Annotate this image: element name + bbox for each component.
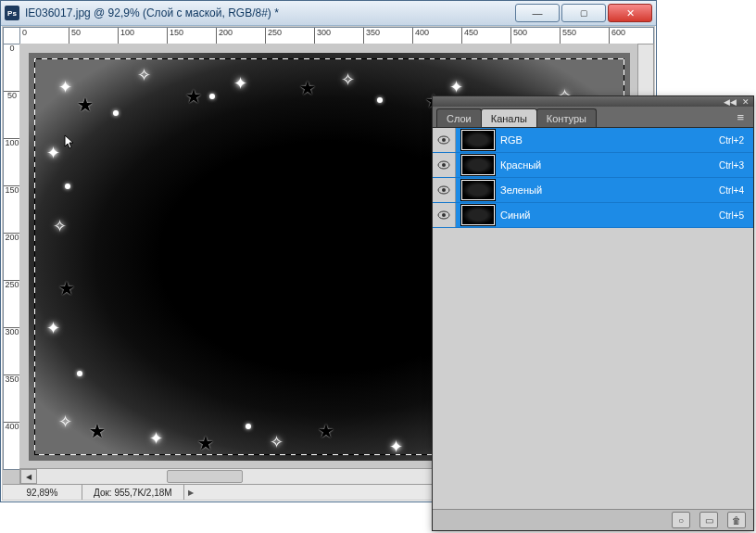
channel-shortcut: Ctrl+3	[719, 160, 753, 171]
channel-shortcut: Ctrl+2	[719, 135, 753, 146]
scroll-left-icon[interactable]: ◀	[20, 469, 37, 484]
panel-titlebar[interactable]: ◀◀ ✕	[433, 96, 753, 107]
channel-name: Зеленый	[500, 184, 719, 196]
channel-shortcut: Ctrl+5	[719, 210, 753, 221]
svg-point-1	[442, 138, 446, 142]
close-button[interactable]: ✕	[608, 4, 652, 22]
delete-channel-icon[interactable]: 🗑	[727, 512, 746, 528]
channel-thumbnail	[461, 155, 495, 175]
ruler-origin[interactable]	[3, 27, 21, 45]
svg-point-5	[442, 188, 446, 192]
maximize-button[interactable]: ▢	[561, 4, 606, 22]
channel-thumbnail	[461, 205, 495, 225]
panel-menu-icon[interactable]: ≡	[733, 108, 748, 126]
channel-shortcut: Ctrl+4	[719, 185, 753, 196]
panel-close-icon[interactable]: ✕	[742, 97, 750, 107]
visibility-toggle[interactable]	[433, 153, 456, 177]
channel-name: RGB	[500, 134, 719, 146]
panel-footer: ○ ▭ 🗑	[433, 509, 753, 530]
visibility-toggle[interactable]	[433, 178, 456, 202]
minimize-button[interactable]: —	[515, 4, 560, 22]
panel-tabs: Слои Каналы Контуры ≡	[433, 107, 753, 128]
channel-row-blue[interactable]: Синий Ctrl+5	[433, 203, 753, 228]
channel-row-rgb[interactable]: RGB Ctrl+2	[433, 128, 753, 153]
window-title: IE036017.jpg @ 92,9% (Слой с маской, RGB…	[25, 6, 510, 19]
tab-channels[interactable]: Каналы	[481, 108, 537, 127]
visibility-toggle[interactable]	[433, 128, 456, 152]
channel-name: Красный	[500, 159, 719, 171]
zoom-level[interactable]: 92,89%	[3, 485, 82, 500]
channel-row-red[interactable]: Красный Ctrl+3	[433, 153, 753, 178]
scroll-thumb[interactable]	[167, 470, 243, 483]
channel-list: RGB Ctrl+2 Красный Ctrl+3 Зеленый Ctrl+4…	[433, 128, 753, 509]
horizontal-ruler[interactable]: 0501001502002503003504004505005506006507…	[19, 27, 654, 45]
tab-layers[interactable]: Слои	[436, 108, 482, 127]
title-bar[interactable]: Ps IE036017.jpg @ 92,9% (Слой с маской, …	[1, 1, 656, 26]
channels-panel: ◀◀ ✕ Слои Каналы Контуры ≡ RGB Ctrl+2 Кр…	[432, 95, 754, 531]
tab-paths[interactable]: Контуры	[536, 108, 597, 127]
channel-thumbnail	[461, 180, 495, 200]
document-size[interactable]: Док: 955,7K/2,18M	[82, 485, 184, 500]
new-channel-icon[interactable]: ▭	[699, 512, 718, 528]
statusbar-arrow-icon[interactable]: ▶	[184, 489, 197, 497]
channel-row-green[interactable]: Зеленый Ctrl+4	[433, 178, 753, 203]
vertical-ruler[interactable]: 050100150200250300350400450	[3, 44, 21, 470]
load-selection-icon[interactable]: ○	[672, 512, 690, 528]
panel-collapse-icon[interactable]: ◀◀	[724, 97, 737, 107]
channel-name: Синий	[500, 209, 719, 221]
channel-thumbnail	[461, 130, 495, 150]
svg-point-3	[442, 163, 446, 167]
svg-point-7	[442, 213, 446, 217]
app-icon: Ps	[5, 6, 19, 20]
visibility-toggle[interactable]	[433, 203, 456, 227]
